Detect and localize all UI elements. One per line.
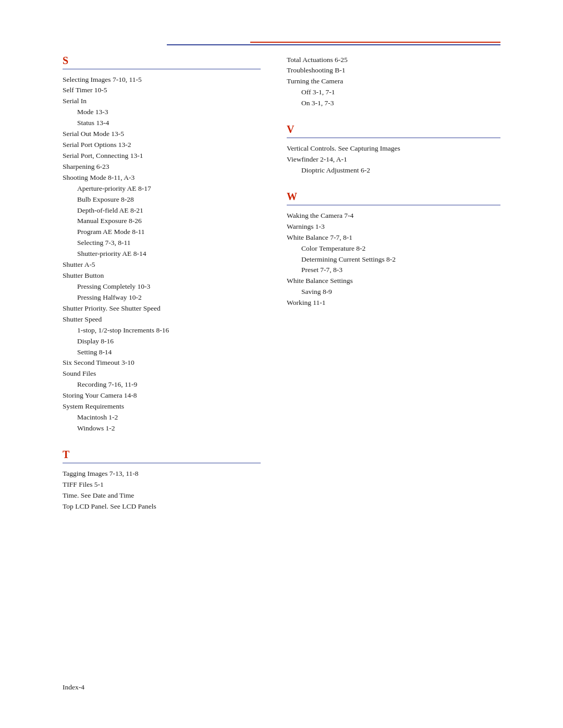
right-column: Total Actuations 6-25 Troubleshooting B-… [287,55,500,527]
entry-storing-camera: Storing Your Camera 14-8 [63,390,261,401]
entry-selecting-images: Selecting Images 7-10, 11-5 [63,75,261,85]
entry-dioptric: Dioptric Adjustment 6-2 [287,165,500,176]
entry-troubleshooting: Troubleshooting B-1 [287,65,500,76]
page-label: Index-4 [63,683,84,691]
entry-shooting-mode: Shooting Mode 8-11, A-3 [63,172,261,183]
entry-pressing-halfway: Pressing Halfway 10-2 [63,292,261,303]
section-t: T Tagging Images 7-13, 11-8 TIFF Files 5… [63,449,261,512]
entry-white-balance-settings: White Balance Settings [287,276,500,287]
entry-program-ae: Program AE Mode 8-11 [63,227,261,238]
entry-serial-in: Serial In [63,96,261,107]
section-t-letter: T [63,449,261,461]
section-s-rule [63,69,261,69]
entry-macintosh: Macintosh 1-2 [63,412,261,423]
index-columns: S Selecting Images 7-10, 11-5 Self Timer… [63,55,500,527]
entry-viewfinder: Viewfinder 2-14, A-1 [287,154,500,165]
top-decoration [63,42,500,45]
entry-self-timer: Self Timer 10-5 [63,85,261,96]
entry-serial-in-status: Status 13-4 [63,118,261,129]
section-w-letter: W [287,191,500,203]
entry-bulb-exposure: Bulb Exposure 8-28 [63,194,261,205]
entry-total-actuations: Total Actuations 6-25 [287,55,500,66]
section-t-entries: Tagging Images 7-13, 11-8 TIFF Files 5-1… [63,468,261,512]
entry-vertical-controls: Vertical Controls. See Capturing Images [287,143,500,154]
entry-system-requirements: System Requirements [63,401,261,412]
entry-shutter-priority-see: Shutter Priority. See Shutter Speed [63,303,261,314]
entry-determining-settings: Determining Current Settings 8-2 [287,254,500,265]
page-footer: Index-4 [63,683,84,692]
entry-white-balance: White Balance 7-7, 8-1 [287,232,500,243]
section-v: V Vertical Controls. See Capturing Image… [287,124,500,176]
entry-pressing-completely: Pressing Completely 10-3 [63,281,261,292]
entry-tagging-images: Tagging Images 7-13, 11-8 [63,468,261,479]
entry-serial-port-options: Serial Port Options 13-2 [63,140,261,151]
red-line [250,42,500,43]
entry-turning-off: Off 3-1, 7-1 [287,87,500,98]
entry-manual-exposure: Manual Exposure 8-26 [63,216,261,227]
entry-sound-files: Sound Files [63,368,261,379]
entry-windows: Windows 1-2 [63,423,261,434]
entry-serial-in-mode: Mode 13-3 [63,107,261,118]
entry-shutter-increments: 1-stop, 1/2-stop Increments 8-16 [63,325,261,336]
entry-tiff-files: TIFF Files 5-1 [63,479,261,490]
section-t-rule [63,463,261,463]
section-t-right-entries: Total Actuations 6-25 Troubleshooting B-… [287,55,500,109]
entry-shutter-priority-ae: Shutter-priority AE 8-14 [63,249,261,260]
entry-depth-of-field: Depth-of-field AE 8-21 [63,205,261,216]
entry-serial-port-connecting: Serial Port, Connecting 13-1 [63,151,261,162]
entry-shutter-button: Shutter Button [63,270,261,281]
entry-working: Working 11-1 [287,298,500,309]
blue-line [167,44,500,45]
entry-shutter-display: Display 8-16 [63,336,261,347]
section-v-entries: Vertical Controls. See Capturing Images … [287,143,500,176]
left-column: S Selecting Images 7-10, 11-5 Self Timer… [63,55,261,527]
entry-aperture-priority: Aperture-priority AE 8-17 [63,183,261,194]
section-w: W Waking the Camera 7-4 Warnings 1-3 Whi… [287,191,500,309]
section-s-letter: S [63,55,261,67]
entry-preset: Preset 7-7, 8-3 [287,265,500,276]
entry-color-temperature: Color Temperature 8-2 [287,243,500,254]
section-w-entries: Waking the Camera 7-4 Warnings 1-3 White… [287,211,500,309]
entry-shutter-a5: Shutter A-5 [63,260,261,270]
section-s-entries: Selecting Images 7-10, 11-5 Self Timer 1… [63,75,261,434]
entry-six-second-timeout: Six Second Timeout 3-10 [63,357,261,368]
entry-time-see: Time. See Date and Time [63,490,261,501]
entry-sharpening: Sharpening 6-23 [63,162,261,172]
entry-turning-on: On 3-1, 7-3 [287,98,500,109]
entry-selecting-mode: Selecting 7-3, 8-11 [63,238,261,249]
entry-warnings: Warnings 1-3 [287,221,500,232]
entry-top-lcd-panel: Top LCD Panel. See LCD Panels [63,501,261,512]
section-v-letter: V [287,124,500,135]
section-s: S Selecting Images 7-10, 11-5 Self Timer… [63,55,261,434]
entry-saving: Saving 8-9 [287,287,500,298]
section-v-rule [287,138,500,138]
entry-shutter-setting: Setting 8-14 [63,347,261,358]
page: S Selecting Images 7-10, 11-5 Self Timer… [0,0,563,728]
entry-turning-camera: Turning the Camera [287,76,500,87]
section-t-right: Total Actuations 6-25 Troubleshooting B-… [287,55,500,109]
section-w-rule [287,205,500,205]
entry-shutter-speed: Shutter Speed [63,314,261,325]
entry-recording: Recording 7-16, 11-9 [63,379,261,390]
entry-serial-out-mode: Serial Out Mode 13-5 [63,129,261,140]
entry-waking-camera: Waking the Camera 7-4 [287,211,500,221]
